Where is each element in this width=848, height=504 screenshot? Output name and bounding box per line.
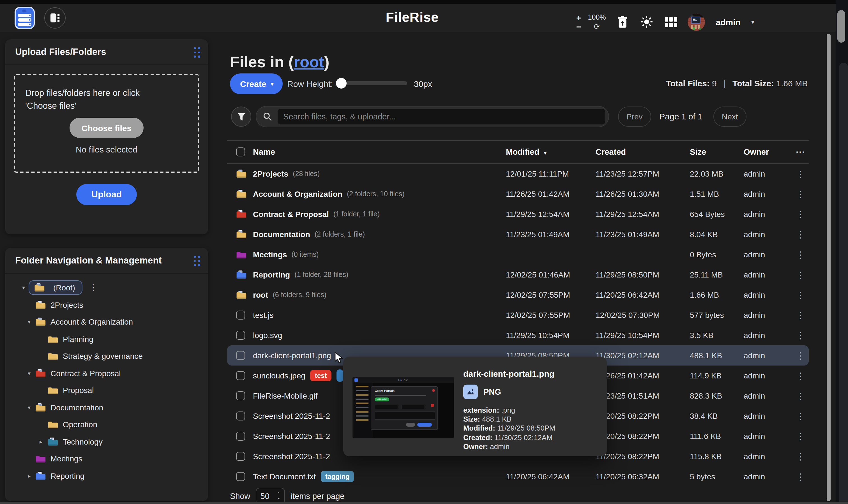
caret-right-icon[interactable]: ▸ xyxy=(25,473,33,479)
tree-item[interactable]: ▾Contract & Proposal xyxy=(5,365,208,382)
tree-item[interactable]: ▾(Root)⋮ xyxy=(5,279,208,296)
tree-item-selected[interactable]: (Root) xyxy=(29,281,83,295)
row-menu-button[interactable]: ⋮ xyxy=(792,310,809,320)
row-checkbox[interactable] xyxy=(236,452,245,461)
tree-item[interactable]: Operation xyxy=(5,416,208,433)
table-row-folder[interactable]: Account & Organization(2 folders, 10 fil… xyxy=(227,184,809,204)
slider-thumb[interactable] xyxy=(336,78,347,89)
drag-handle-icon[interactable] xyxy=(194,47,200,58)
row-owner: admin xyxy=(744,432,792,440)
prev-page-button[interactable]: Prev xyxy=(618,107,651,127)
tree-item[interactable]: Meetings xyxy=(5,450,208,467)
column-header-size[interactable]: Size xyxy=(690,147,744,157)
column-header-owner[interactable]: Owner xyxy=(744,147,792,157)
theme-toggle-button[interactable] xyxy=(640,15,654,29)
tree-item-label: Operation xyxy=(63,420,97,429)
root-breadcrumb-link[interactable]: root xyxy=(294,53,324,71)
caret-down-icon[interactable]: ▾ xyxy=(20,285,28,291)
row-lead-cell xyxy=(236,169,253,178)
table-row-folder[interactable]: Documentation(2 folders, 1 file)11/23/25… xyxy=(227,224,809,245)
table-row-file[interactable]: logo.svg11/29/25 10:54PM11/29/25 10:54PM… xyxy=(227,325,809,345)
row-name-cell: Contract & Proposal(1 folder, 1 file) xyxy=(253,210,506,219)
row-height-slider[interactable] xyxy=(338,81,407,85)
upload-button[interactable]: Upload xyxy=(76,184,137,205)
row-modified: 12/02/25 07:55PM xyxy=(506,290,596,299)
tree-item[interactable]: ▾Account & Organization xyxy=(5,313,208,330)
zoom-in-button[interactable]: + xyxy=(576,14,581,21)
row-menu-button[interactable]: ⋮ xyxy=(792,350,809,361)
row-owner: admin xyxy=(744,270,792,279)
row-menu-button[interactable]: ⋮ xyxy=(792,431,809,442)
caret-down-icon[interactable]: ▾ xyxy=(25,404,33,411)
tree-item[interactable]: 2Projects xyxy=(5,296,208,313)
column-settings-button[interactable]: ⋯ xyxy=(792,146,809,158)
column-header-created[interactable]: Created xyxy=(596,147,690,157)
row-checkbox[interactable] xyxy=(236,412,245,420)
apps-grid-button[interactable] xyxy=(664,15,678,29)
row-menu-button[interactable]: ⋮ xyxy=(792,188,809,199)
table-row-folder[interactable]: Contract & Proposal(1 folder, 1 file)11/… xyxy=(227,204,809,224)
row-menu-button[interactable]: ⋮ xyxy=(792,209,809,219)
window-scrollbar-thumb[interactable] xyxy=(837,10,845,42)
root-menu-button[interactable]: ⋮ xyxy=(89,283,98,293)
select-all-checkbox[interactable] xyxy=(236,147,245,157)
row-checkbox[interactable] xyxy=(236,351,245,360)
app-logo[interactable] xyxy=(12,7,37,29)
row-checkbox[interactable] xyxy=(236,371,245,380)
zoom-out-button[interactable]: − xyxy=(576,23,581,30)
row-menu-button[interactable]: ⋮ xyxy=(792,370,809,381)
row-menu-button[interactable]: ⋮ xyxy=(792,290,809,300)
upload-dropzone[interactable]: Drop files/folders here or click 'Choose… xyxy=(14,74,199,173)
row-checkbox[interactable] xyxy=(236,472,245,481)
user-menu-caret-icon[interactable]: ▾ xyxy=(751,18,754,25)
table-row-folder[interactable]: Reporting(1 folder, 28 files)12/02/25 01… xyxy=(227,265,809,285)
column-header-modified[interactable]: Modified▼ xyxy=(506,147,596,157)
tree-item[interactable]: ▸Reporting xyxy=(5,467,208,484)
row-checkbox[interactable] xyxy=(236,311,245,320)
table-row-folder[interactable]: 2Projects(28 files)12/01/25 11:11PM11/23… xyxy=(227,164,809,184)
caret-down-icon[interactable]: ▾ xyxy=(25,370,33,376)
row-menu-button[interactable]: ⋮ xyxy=(792,249,809,260)
drag-handle-icon[interactable] xyxy=(194,256,200,266)
row-checkbox[interactable] xyxy=(236,331,245,340)
search-input[interactable] xyxy=(278,109,605,124)
choose-files-button[interactable]: Choose files xyxy=(70,118,144,138)
trash-restore-button[interactable] xyxy=(616,15,630,29)
row-created: 11/26/25 01:30AM xyxy=(596,190,690,198)
tooltip-field: Owner: admin xyxy=(463,442,555,451)
row-checkbox[interactable] xyxy=(236,391,245,400)
username-label[interactable]: admin xyxy=(716,17,741,26)
column-header-name[interactable]: Name xyxy=(253,147,506,157)
filter-button[interactable] xyxy=(231,107,251,127)
image-file-icon xyxy=(463,384,478,399)
preview-add-portal-button: Add portal xyxy=(375,397,389,401)
folder-navigation-card: Folder Navigation & Management ▾(Root)⋮2… xyxy=(5,248,208,501)
row-checkbox[interactable] xyxy=(236,432,245,440)
table-row-file[interactable]: test.js12/02/25 07:55PM12/02/25 07:30PM5… xyxy=(227,305,809,325)
row-menu-button[interactable]: ⋮ xyxy=(792,330,809,341)
tree-item[interactable]: Proposal xyxy=(5,382,208,399)
tree-item[interactable]: ▾Documentation xyxy=(5,399,208,416)
panel-scrollbar[interactable] xyxy=(827,34,831,501)
tree-item[interactable]: Strategy & governance xyxy=(5,347,208,365)
row-menu-button[interactable]: ⋮ xyxy=(792,168,809,179)
row-menu-button[interactable]: ⋮ xyxy=(792,269,809,280)
create-button[interactable]: Create ▾ xyxy=(230,73,282,94)
sidebar-toggle-button[interactable] xyxy=(44,7,66,29)
caret-right-icon[interactable]: ▸ xyxy=(37,439,45,445)
table-row-folder[interactable]: Meetings(0 items)0 Bytesadmin⋮ xyxy=(227,245,809,265)
tree-item[interactable]: ▸Technology xyxy=(5,433,208,450)
user-avatar[interactable] xyxy=(688,13,705,31)
table-row-file[interactable]: Text Document.txttagging11/20/25 06:42AM… xyxy=(227,466,809,487)
caret-down-icon[interactable]: ▾ xyxy=(25,319,33,325)
tree-item[interactable]: Planning xyxy=(5,330,208,347)
zoom-reset-icon[interactable]: ⟳ xyxy=(594,23,600,30)
row-lead-cell xyxy=(236,250,253,259)
row-menu-button[interactable]: ⋮ xyxy=(792,229,809,240)
row-menu-button[interactable]: ⋮ xyxy=(792,451,809,462)
row-menu-button[interactable]: ⋮ xyxy=(792,391,809,401)
row-menu-button[interactable]: ⋮ xyxy=(792,471,809,482)
row-menu-button[interactable]: ⋮ xyxy=(792,411,809,421)
next-page-button[interactable]: Next xyxy=(713,107,746,127)
table-row-folder[interactable]: root(6 folders, 9 files)12/02/25 07:55PM… xyxy=(227,285,809,305)
